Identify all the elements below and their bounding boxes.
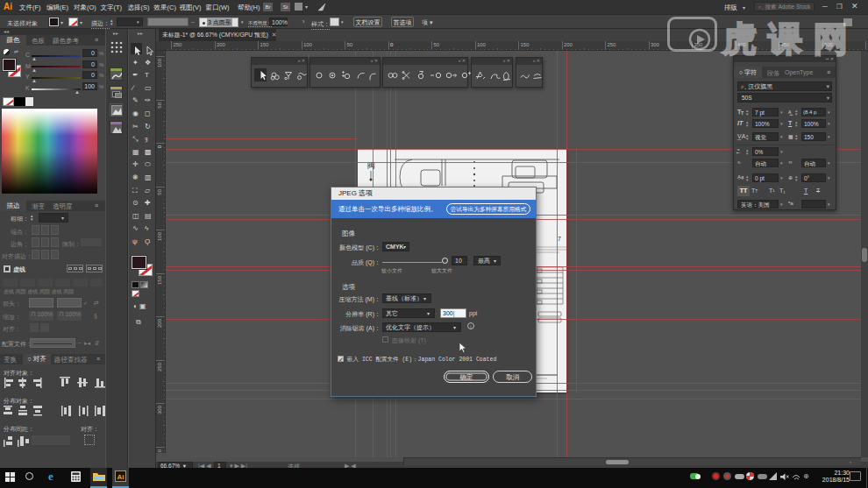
svg-text:7: 7 [558,236,561,242]
